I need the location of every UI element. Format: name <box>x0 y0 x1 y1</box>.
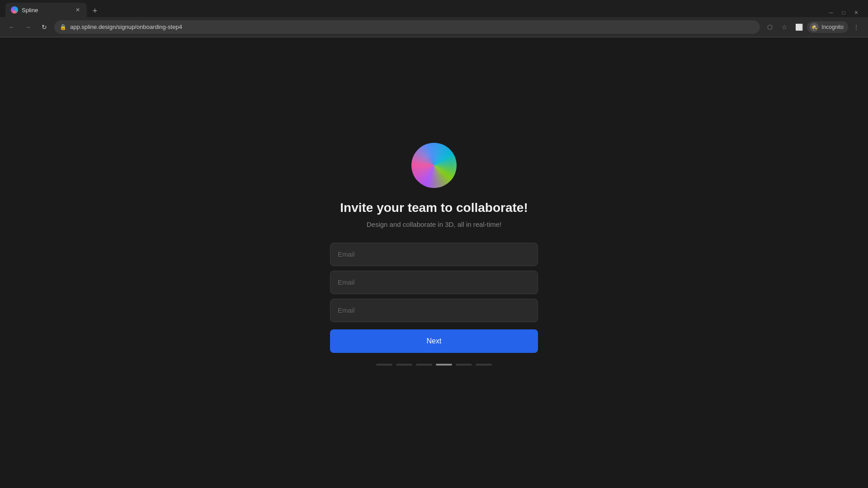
step-dot-3 <box>416 364 432 366</box>
refresh-button[interactable]: ↻ <box>38 21 51 33</box>
step-dot-6 <box>476 364 492 366</box>
toolbar-actions: ⬡ ☆ ⬜ 🕵 Incognito ⋮ <box>764 21 863 33</box>
minimize-icon[interactable]: ─ <box>826 8 835 17</box>
step-indicators <box>376 364 492 366</box>
spline-favicon <box>11 6 18 14</box>
back-button[interactable]: ← <box>5 21 18 33</box>
new-tab-button[interactable]: + <box>89 5 101 17</box>
close-window-icon[interactable]: ✕ <box>852 8 861 17</box>
email-input-1[interactable] <box>330 243 538 266</box>
tab-bar: Spline ✕ + ─ □ ✕ <box>0 0 868 17</box>
extensions-icon[interactable]: ⬜ <box>793 21 805 33</box>
page-content: Invite your team to collaborate! Design … <box>0 38 868 470</box>
browser-toolbar: ← → ↻ 🔒 app.spline.design/signup/onboard… <box>0 17 868 37</box>
next-button[interactable]: Next <box>330 329 538 353</box>
page-subtitle: Design and collaborate in 3D, all in rea… <box>367 221 501 228</box>
step-dot-1 <box>376 364 392 366</box>
browser-tab[interactable]: Spline ✕ <box>5 3 87 17</box>
step-dot-4 <box>436 364 452 366</box>
page-title: Invite your team to collaborate! <box>340 201 528 215</box>
url-text: app.spline.design/signup/onboarding-step… <box>70 23 182 30</box>
address-bar[interactable]: 🔒 app.spline.design/signup/onboarding-st… <box>54 20 760 34</box>
email-input-3[interactable] <box>330 299 538 322</box>
email-input-2[interactable] <box>330 271 538 294</box>
forward-button[interactable]: → <box>22 21 34 33</box>
incognito-label: Incognito <box>821 24 844 30</box>
onboarding-container: Invite your team to collaborate! Design … <box>330 143 538 366</box>
hero-illustration <box>411 143 457 188</box>
email-inputs-group <box>330 243 538 322</box>
incognito-avatar: 🕵 <box>810 23 819 32</box>
cast-icon[interactable]: ⬡ <box>764 21 776 33</box>
step-dot-2 <box>396 364 412 366</box>
maximize-icon[interactable]: □ <box>839 8 848 17</box>
lock-icon: 🔒 <box>60 24 66 30</box>
bookmark-icon[interactable]: ☆ <box>778 21 791 33</box>
menu-icon[interactable]: ⋮ <box>850 21 863 33</box>
tab-title: Spline <box>22 7 71 14</box>
incognito-badge[interactable]: 🕵 Incognito <box>807 21 848 33</box>
browser-chrome: Spline ✕ + ─ □ ✕ ← → ↻ 🔒 app.spline.desi… <box>0 0 868 38</box>
step-dot-5 <box>456 364 472 366</box>
tab-close-button[interactable]: ✕ <box>74 6 81 14</box>
